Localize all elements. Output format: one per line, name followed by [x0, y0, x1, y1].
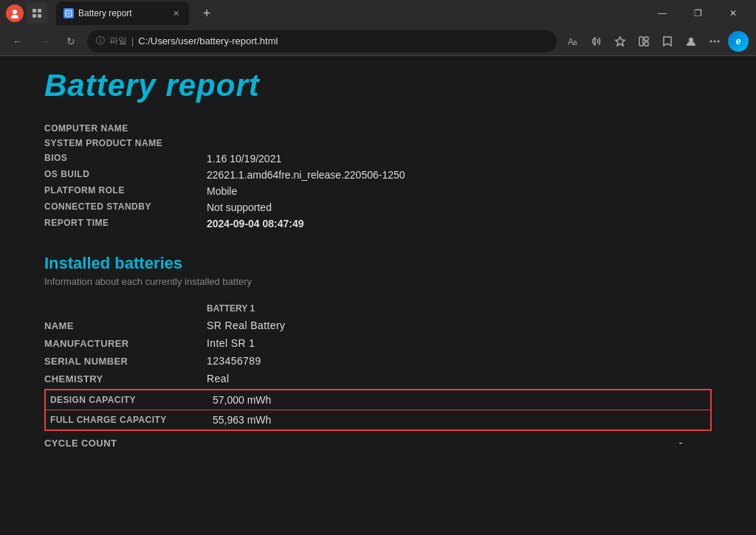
translate-icon[interactable]: Aa: [563, 31, 583, 52]
name-row: NAME SR Real Battery: [44, 317, 712, 334]
svg-point-17: [714, 40, 716, 42]
name-label: NAME: [44, 317, 207, 334]
battery-table: BATTERY 1 NAME SR Real Battery MANUFACTU…: [44, 300, 712, 387]
connected-standby-value: Not supported: [207, 199, 712, 215]
chemistry-value: Real: [207, 370, 712, 387]
cycle-count-label: CYCLE COUNT: [44, 434, 679, 452]
more-options-icon[interactable]: [704, 31, 725, 52]
computer-name-label: COMPUTER NAME: [44, 121, 207, 136]
os-build-row: OS BUILD 22621.1.amd64fre.ni_release.220…: [44, 167, 712, 183]
collections-icon[interactable]: [633, 31, 654, 52]
report-time-value: 2024-09-04 08:47:49: [207, 215, 712, 232]
bios-value: 1.16 10/19/2021: [207, 151, 712, 167]
edge-browser-icon[interactable]: e: [728, 31, 749, 52]
connected-standby-row: CONNECTED STANDBY Not supported: [44, 199, 712, 215]
system-product-label: SYSTEM PRODUCT NAME: [44, 136, 207, 151]
manufacturer-value: Intel SR 1: [207, 334, 712, 352]
tab-page-icon: [63, 8, 74, 18]
close-button[interactable]: ✕: [716, 0, 750, 27]
address-file-label: 파일: [109, 35, 127, 47]
highlighted-capacity-box: DESIGN CAPACITY 57,000 mWh FULL CHARGE C…: [44, 389, 712, 431]
profile-menu-icon[interactable]: [681, 31, 701, 52]
svg-point-16: [710, 40, 712, 42]
chemistry-label: CHEMISTRY: [44, 370, 207, 387]
svg-rect-14: [645, 42, 648, 46]
svg-text:a: a: [573, 38, 577, 46]
chemistry-row: CHEMISTRY Real: [44, 370, 712, 387]
report-time-label: REPORT TIME: [44, 215, 207, 232]
svg-rect-12: [639, 37, 643, 46]
svg-rect-2: [32, 9, 36, 13]
connected-standby-label: CONNECTED STANDBY: [44, 199, 207, 215]
full-charge-value: 55,963 mWh: [213, 414, 271, 426]
new-tab-button[interactable]: +: [196, 3, 217, 24]
design-capacity-label: DESIGN CAPACITY: [50, 395, 213, 405]
profile-icon[interactable]: [6, 4, 24, 22]
installed-batteries-subtitle: Information about each currently install…: [44, 276, 712, 287]
computer-name-value: [207, 121, 712, 136]
manufacturer-row: MANUFACTURER Intel SR 1: [44, 334, 712, 352]
svg-rect-5: [38, 14, 41, 18]
serial-number-label: SERIAL NUMBER: [44, 352, 207, 370]
title-bar: Battery report ✕ + — ❐ ✕: [0, 0, 756, 27]
name-value: SR Real Battery: [207, 317, 712, 334]
platform-role-label: PLATFORM ROLE: [44, 183, 207, 199]
address-box[interactable]: ⓘ 파일 | C:/Users/user/battery-report.html: [87, 30, 557, 52]
serial-number-value: 123456789: [207, 352, 712, 370]
page-content: Battery report COMPUTER NAME SYSTEM PROD…: [0, 56, 756, 535]
svg-rect-6: [66, 10, 72, 16]
minimize-button[interactable]: —: [645, 0, 679, 27]
system-product-row: SYSTEM PRODUCT NAME: [44, 136, 712, 151]
battery-table-footer: CYCLE COUNT -: [44, 434, 712, 452]
os-build-label: OS BUILD: [44, 167, 207, 183]
os-build-value: 22621.1.amd64fre.ni_release.220506-1250: [207, 167, 712, 183]
bookmark-icon[interactable]: [657, 31, 678, 52]
read-aloud-icon[interactable]: [586, 31, 607, 52]
battery-header-empty: [44, 300, 207, 317]
svg-rect-3: [38, 9, 41, 13]
platform-role-row: PLATFORM ROLE Mobile: [44, 183, 712, 199]
installed-batteries-title: Installed batteries: [44, 254, 712, 273]
serial-number-row: SERIAL NUMBER 123456789: [44, 352, 712, 370]
computer-name-row: COMPUTER NAME: [44, 121, 712, 136]
svg-point-18: [718, 40, 720, 42]
cycle-count-value: -: [679, 434, 712, 452]
secure-icon: ⓘ: [96, 35, 105, 47]
design-capacity-row: DESIGN CAPACITY 57,000 mWh: [46, 390, 710, 410]
svg-point-1: [11, 15, 18, 18]
window-controls-left: [6, 3, 47, 24]
svg-marker-11: [616, 37, 625, 46]
tab-title: Battery report: [78, 8, 165, 18]
svg-point-0: [13, 10, 17, 14]
toolbar-icons: Aa e: [563, 31, 749, 52]
battery-column-label: BATTERY 1: [207, 300, 712, 317]
tab-close-button[interactable]: ✕: [170, 7, 182, 19]
bios-label: BIOS: [44, 151, 207, 167]
tabs-icon[interactable]: [27, 3, 47, 24]
cycle-count-row: CYCLE COUNT -: [44, 434, 712, 452]
manufacturer-label: MANUFACTURER: [44, 334, 207, 352]
maximize-button[interactable]: ❐: [681, 0, 715, 27]
platform-role-value: Mobile: [207, 183, 712, 199]
favorites-icon[interactable]: [610, 31, 630, 52]
refresh-button[interactable]: ↻: [61, 31, 81, 52]
full-charge-label: FULL CHARGE CAPACITY: [50, 415, 213, 425]
address-url: C:/Users/user/battery-report.html: [138, 35, 278, 46]
window-controls-right: — ❐ ✕: [645, 0, 750, 27]
active-tab[interactable]: Battery report ✕: [56, 1, 189, 25]
system-info-table: COMPUTER NAME SYSTEM PRODUCT NAME BIOS 1…: [44, 121, 712, 232]
address-bar-row: ← → ↻ ⓘ 파일 | C:/Users/user/battery-repor…: [0, 27, 756, 56]
report-time-row: REPORT TIME 2024-09-04 08:47:49: [44, 215, 712, 232]
design-capacity-value: 57,000 mWh: [213, 394, 271, 406]
battery-table-header: BATTERY 1: [44, 300, 712, 317]
svg-rect-13: [645, 37, 648, 41]
full-charge-row: FULL CHARGE CAPACITY 55,963 mWh: [46, 410, 710, 429]
back-button[interactable]: ←: [7, 31, 28, 52]
page-title: Battery report: [44, 56, 712, 121]
forward-button[interactable]: →: [34, 31, 55, 52]
bios-row: BIOS 1.16 10/19/2021: [44, 151, 712, 167]
svg-rect-4: [32, 14, 36, 18]
system-product-value: [207, 136, 712, 151]
address-separator: |: [131, 36, 134, 46]
